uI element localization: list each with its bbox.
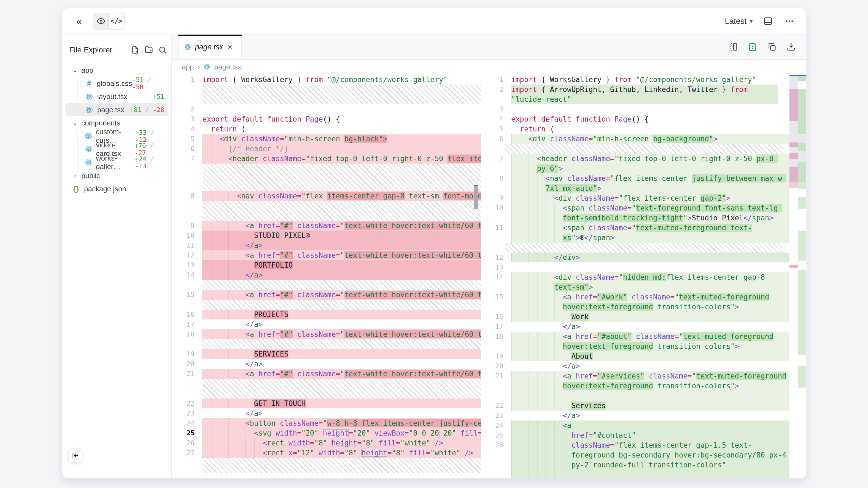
- sidebar-item-layout.tsx[interactable]: layout.tsx+51: [65, 90, 168, 103]
- code-line-21[interactable]: 21 <a href="#services" className="text-m…: [488, 371, 789, 401]
- code-line-13[interactable]: 13 PORTFOLIO: [172, 260, 488, 270]
- minimap-mark: [789, 167, 798, 182]
- code-line-2[interactable]: 2: [172, 104, 488, 114]
- code-line-4[interactable]: 4 return (: [172, 124, 488, 134]
- sidebar-item-globals.css[interactable]: #globals.css+51 / -50: [65, 77, 168, 90]
- code-line-1[interactable]: 1import { WorksGallery } from "@/compone…: [488, 75, 789, 85]
- new-file-icon: [131, 45, 140, 54]
- react-file-icon: [85, 132, 93, 140]
- line-number: 25: [172, 428, 194, 438]
- code-line-19[interactable]: 19 About: [488, 351, 789, 361]
- code-line-7[interactable]: 7 <header className="fixed top-0 left-0 …: [488, 154, 789, 173]
- sidebar-item-package.json[interactable]: {}package.json: [65, 182, 168, 195]
- panel-bottom-button[interactable]: [762, 15, 774, 27]
- minimap-mark: [798, 162, 806, 182]
- code-line-6[interactable]: 6 {/* Header */}: [172, 144, 488, 154]
- code-line-9[interactable]: 9 <div className="flex items-center gap-…: [488, 193, 789, 203]
- code-line-13[interactable]: 13: [488, 262, 789, 272]
- preview-eye-button[interactable]: [93, 13, 108, 29]
- more-options-button[interactable]: [783, 15, 796, 27]
- sidebar-item-public[interactable]: ›public: [65, 169, 168, 182]
- code-line-17[interactable]: 17 </a>: [172, 320, 488, 329]
- code-line-20[interactable]: 20 </a>: [172, 359, 488, 369]
- file-diff-button[interactable]: [747, 41, 759, 53]
- code-line-11[interactable]: 11 </a>: [172, 240, 488, 250]
- code-line-3[interactable]: 3export default function Page() {: [172, 114, 488, 124]
- left-pane-scrollbar[interactable]: [474, 185, 478, 209]
- code-line-20[interactable]: 20 </a>: [488, 361, 789, 371]
- line-number: 8: [172, 191, 194, 201]
- code-line-18[interactable]: 18 <a href="#" className="text-white hov…: [172, 329, 488, 339]
- code-line-16[interactable]: 16 Work: [488, 312, 789, 322]
- code-line-26[interactable]: 26 <rect width="8" height="8" fill="whit…: [172, 438, 488, 448]
- code-line-3[interactable]: 3: [488, 104, 789, 114]
- code-line-10[interactable]: 10 STUDIO PIXEL®: [172, 231, 488, 240]
- collapse-sidebar-button[interactable]: «: [73, 15, 85, 27]
- tab-page-tsx[interactable]: page.tsx ×: [178, 35, 242, 59]
- code-content: <a href="#" className="text-white hover:…: [203, 290, 481, 300]
- code-line-15[interactable]: 15 <a href="#" className="text-white hov…: [172, 290, 488, 300]
- sidebar-item-page.tsx[interactable]: page.tsx+81 / -28: [65, 103, 168, 117]
- code-line-17[interactable]: 17 </a>: [488, 322, 789, 331]
- code-line-6[interactable]: 6 <div className="min-h-screen bg-backgr…: [488, 134, 789, 144]
- code-line-5[interactable]: 5 return (: [488, 124, 789, 134]
- sidebar-item-works-galler-[interactable]: works-galler…+24 / -13: [65, 156, 168, 169]
- arrow-to-left-icon: [71, 452, 79, 459]
- breadcrumb-root[interactable]: app: [182, 63, 194, 71]
- code-line-22[interactable]: 22 GET IN TOUCH: [172, 398, 488, 409]
- code-line-18[interactable]: 18 <a href="#about" className="text-mute…: [488, 331, 789, 351]
- code-line-23[interactable]: 23 </a>: [488, 411, 789, 421]
- code-line-10[interactable]: 10 <span className="text-foreground font…: [488, 203, 789, 223]
- diff-minimap[interactable]: [789, 75, 806, 478]
- code-content: <nav className="flex items-center gap-8 …: [203, 191, 481, 201]
- code-line-25[interactable]: 25 <svg width="20" height="20" viewBox="…: [172, 428, 488, 438]
- tab-close-icon[interactable]: ×: [227, 43, 232, 51]
- code-line-12[interactable]: 12 </div>: [488, 253, 789, 262]
- chevron-right-icon[interactable]: ›: [71, 172, 79, 179]
- copy-file-button[interactable]: [766, 41, 778, 53]
- code-line-5[interactable]: 5 <div className="min-h-screen bg-black"…: [172, 134, 488, 144]
- code-line-4[interactable]: 4export default function Page() {: [488, 114, 789, 124]
- code-line-11[interactable]: 11 <span className="text-muted-foregroun…: [488, 223, 789, 242]
- sidebar-item-app[interactable]: ⌄app: [65, 64, 168, 77]
- code-content: </a>: [511, 411, 789, 421]
- code-line-15[interactable]: 15 <a href="#work" className="text-muted…: [488, 292, 789, 312]
- code-line-23[interactable]: 23 </a>: [172, 409, 488, 418]
- code-line-8[interactable]: 8 <nav className="flex items-center gap-…: [172, 191, 488, 201]
- code-line-14[interactable]: 14 <div className="hidden md:flex items-…: [488, 272, 789, 292]
- code-line-24[interactable]: 24 <button className="w-8 h-8 flex items…: [172, 418, 488, 428]
- collapse-panel-button[interactable]: [68, 449, 83, 463]
- line-number: 14: [488, 272, 503, 292]
- code-line-19[interactable]: 19 SERVICES: [172, 349, 488, 359]
- line-number: 6: [488, 134, 503, 144]
- code-line-26[interactable]: 26 className="flex items-center gap-1.5 …: [488, 440, 789, 478]
- minimap-viewport-indicator[interactable]: [789, 75, 806, 76]
- code-line-2[interactable]: 2import { ArrowUpRight, Github, Linkedin…: [488, 85, 789, 104]
- code-content: <a href="#" className="text-white hover:…: [203, 221, 481, 231]
- code-line-25[interactable]: 25 href="#contact": [488, 430, 789, 440]
- download-file-button[interactable]: [785, 41, 797, 53]
- code-content: <div className="min-h-screen bg-backgrou…: [511, 134, 789, 144]
- code-line-7[interactable]: 7 <header className="fixed top-0 left-0 …: [172, 154, 488, 164]
- code-line-27[interactable]: 27 <rect x="12" width="8" height="8" fil…: [172, 448, 488, 458]
- new-file-button[interactable]: [130, 44, 141, 56]
- search-button[interactable]: [157, 44, 168, 56]
- workspace-card: « </> Latest ▾ Fi: [62, 8, 807, 479]
- version-dropdown[interactable]: Latest ▾: [725, 17, 753, 26]
- code-view-button[interactable]: </>: [108, 13, 124, 29]
- code-line-21[interactable]: 21 <a href="#" className="text-white hov…: [172, 369, 488, 379]
- code-line-14[interactable]: 14 </a>: [172, 270, 488, 280]
- code-line-9[interactable]: 9 <a href="#" className="text-white hove…: [172, 221, 488, 231]
- new-folder-button[interactable]: [144, 44, 154, 56]
- code-line-22[interactable]: 22 Services: [488, 401, 789, 411]
- code-line-24[interactable]: 24 <a: [488, 421, 789, 430]
- chevron-down-icon[interactable]: ⌄: [71, 67, 79, 74]
- code-line-8[interactable]: 8 <nav className="flex items-center just…: [488, 173, 789, 193]
- json-file-icon: {}: [71, 185, 81, 193]
- chevron-down-icon[interactable]: ⌄: [71, 120, 79, 127]
- line-number: 1: [172, 75, 194, 85]
- code-line-12[interactable]: 12 <a href="#" className="text-white hov…: [172, 250, 488, 260]
- split-diff-view-button[interactable]: [727, 41, 739, 53]
- code-line-1[interactable]: 1import { WorksGallery } from "@/compone…: [172, 75, 488, 85]
- code-line-16[interactable]: 16 PROJECTS: [172, 310, 488, 320]
